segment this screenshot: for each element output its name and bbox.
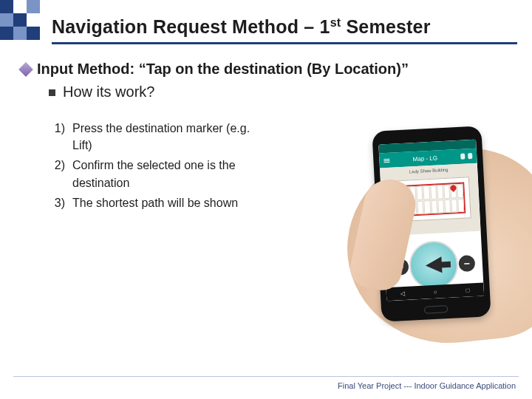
step-text: Confirm the selected one is the destinat…: [72, 157, 272, 191]
diamond-bullet-icon: [18, 62, 33, 77]
more-icon[interactable]: [468, 153, 472, 159]
phone-in-hand-illustration: Map - LG Lady Shaw Building +: [334, 121, 532, 335]
step-item: 1) Press the destination marker (e.g. Li…: [50, 120, 272, 154]
arrow-left-icon: [425, 256, 442, 273]
android-nav-bar: ◁ ○ □: [386, 282, 484, 301]
phone-home-button: [424, 305, 448, 314]
step-text: Press the destination marker (e.g. Lift): [72, 120, 272, 154]
step-number: 1): [50, 120, 65, 154]
section-heading-row: Input Method: “Tap on the destination (B…: [21, 61, 514, 78]
title-underline: [52, 42, 517, 44]
title-pre: Navigation Request Method – 1: [52, 16, 330, 37]
zoom-out-button[interactable]: −: [458, 255, 475, 272]
step-item: 2) Confirm the selected one is the desti…: [50, 157, 272, 191]
building-label: Lady Shaw Building: [409, 168, 449, 174]
steps-list: 1) Press the destination marker (e.g. Li…: [50, 120, 272, 214]
corner-decoration: [0, 0, 40, 40]
footer-separator: [13, 376, 519, 377]
slide-title: Navigation Request Method – 1st Semester: [52, 16, 517, 38]
nav-recent-icon[interactable]: □: [466, 287, 469, 293]
subheading-row: How its work?: [49, 83, 514, 100]
step-text: The shortest path will be shown: [72, 194, 238, 211]
direction-dial[interactable]: [408, 239, 459, 290]
step-number: 2): [50, 157, 65, 191]
step-item: 3) The shortest path will be shown: [50, 194, 272, 211]
subheading-text: How its work?: [63, 83, 154, 100]
title-sup: st: [330, 16, 341, 29]
nav-back-icon[interactable]: ◁: [400, 290, 405, 297]
square-bullet-icon: [49, 89, 55, 96]
appbar-title: Map - LG: [412, 154, 437, 163]
mic-icon[interactable]: [460, 154, 465, 160]
title-post: Semester: [341, 16, 430, 37]
footer-text: Final Year Project --- Indoor Guidance A…: [338, 381, 516, 390]
step-number: 3): [50, 194, 65, 211]
nav-home-icon[interactable]: ○: [434, 288, 437, 295]
section-heading: Input Method: “Tap on the destination (B…: [37, 61, 409, 78]
hamburger-icon[interactable]: [383, 158, 389, 162]
